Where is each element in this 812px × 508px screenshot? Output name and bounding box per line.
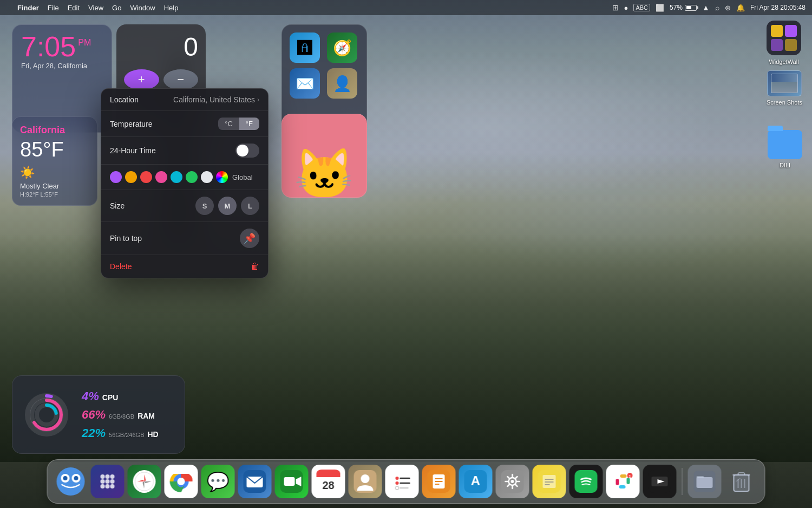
size-medium-button[interactable]: M [218,197,237,215]
dock-pages[interactable] [422,465,456,498]
menu-go[interactable]: Go [112,4,121,12]
svg-rect-76 [619,485,626,489]
notification-icon[interactable]: 🔔 [736,4,745,12]
dock-launchpad[interactable] [91,465,125,498]
color-dots[interactable] [110,171,228,183]
widgetwall-desktop-icon[interactable]: WidgetWall [767,21,801,65]
dock: 💬 28 APR [47,459,765,504]
pin-button[interactable]: 📌 [240,229,259,248]
menubar-datetime: Fri Apr 28 20:05:48 [750,4,806,11]
dock-notes[interactable] [533,465,566,498]
size-small-button[interactable]: S [195,197,214,215]
time-format-label: 24-Hour Time [110,146,235,155]
keyboard-icon[interactable]: ABC [633,4,650,11]
menu-view[interactable]: View [88,4,103,12]
calc-display: 0 [124,32,198,62]
pin-label: Pin to top [110,234,240,243]
size-label: Size [110,201,195,210]
ca-weather-icon: ☀️ [20,166,89,180]
temperature-label: Temperature [110,120,218,128]
svg-point-9 [63,476,68,480]
wifi-icon[interactable]: ▲ [702,3,710,12]
size-large-button[interactable]: L [241,197,259,215]
audio-icon[interactable]: ● [624,4,628,12]
location-chevron: › [257,96,259,103]
dock-facetime[interactable] [275,465,309,498]
weather-date: Fri, Apr 28, California [21,62,103,70]
dock-settings[interactable] [496,465,529,498]
svg-point-16 [110,479,115,484]
dock-reminders[interactable] [385,465,419,498]
pin-row[interactable]: Pin to top 📌 [101,222,268,255]
svg-point-14 [101,479,105,484]
hd-percentage: 22% [82,426,106,440]
menu-help[interactable]: Help [164,4,179,12]
time-format-row[interactable]: 24-Hour Time [101,137,268,165]
color-purple[interactable] [110,171,122,183]
dock-chrome[interactable] [165,465,198,498]
location-row[interactable]: Location California, United States › [101,89,268,111]
delete-row[interactable]: Delete 🗑 [101,255,268,278]
temperature-buttons[interactable]: °C °F [218,118,259,130]
calc-minus-button[interactable]: − [163,69,199,90]
color-red[interactable] [140,171,152,183]
dock-slack[interactable]: 1 [606,465,640,498]
battery-indicator[interactable]: 57% [670,4,697,11]
fahrenheit-button[interactable]: °F [239,118,259,130]
color-cyan[interactable] [171,171,182,183]
celsius-button[interactable]: °C [218,118,239,130]
weather-time: 7:05 [21,32,76,61]
app-store-icon[interactable]: 🅰 [290,32,320,63]
dock-mail[interactable] [238,465,272,498]
time-format-toggle[interactable] [235,144,259,158]
svg-rect-75 [620,474,627,478]
dock-safari[interactable] [128,465,161,498]
size-row[interactable]: Size S M L [101,190,268,222]
screenshot-icon[interactable]: ⬜ [656,4,664,12]
temperature-row[interactable]: Temperature °C °F [101,111,268,137]
svg-point-40 [361,474,370,483]
color-green[interactable] [186,171,198,183]
dock-appletv[interactable] [643,465,677,498]
hd-label: HD [147,430,158,439]
contacts-icon[interactable]: 👤 [327,68,357,99]
dili-desktop-icon[interactable]: DILI [768,130,802,168]
mail-icon[interactable]: ✉️ [290,68,320,99]
system-stats-widget[interactable]: 4% CPU 66% 6GB/8GB RAM 22% 56GB/246GB HD [12,375,185,454]
screenshots-icon-img [767,70,802,96]
menu-edit[interactable]: Edit [68,4,80,12]
color-rainbow[interactable] [216,171,228,183]
svg-point-19 [110,484,115,489]
safari-icon[interactable]: 🧭 [327,32,357,63]
search-icon[interactable]: ⌕ [715,3,719,12]
svg-rect-67 [543,475,556,488]
color-pink[interactable] [155,171,167,183]
menu-window[interactable]: Window [130,4,155,12]
calc-plus-button[interactable]: + [124,69,159,90]
dock-airdrop[interactable] [688,465,722,498]
size-buttons[interactable]: S M L [195,197,259,215]
cat-widget[interactable]: 🐱 [281,114,367,198]
widget-context-menu: Location California, United States › Tem… [101,88,269,278]
global-label: Global [232,173,253,181]
widgetwall-icon-img [767,21,801,55]
dock-messages[interactable]: 💬 [201,465,235,498]
color-white[interactable] [201,171,213,183]
app-name[interactable]: Finder [17,4,39,12]
svg-text:A: A [471,473,480,488]
dock-spotify[interactable] [569,465,603,498]
california-weather-widget[interactable]: California 85°F ☀️ Mostly Clear H:92°F L… [12,116,97,206]
dock-contacts[interactable] [349,465,382,498]
color-row[interactable]: Global [101,165,268,190]
screenshots-desktop-icon[interactable]: Screen Shots [767,70,802,106]
dock-finder[interactable] [54,465,88,498]
color-orange[interactable] [125,171,137,183]
menu-file[interactable]: File [48,4,59,12]
dili-label: DILI [780,162,790,168]
dock-appstore[interactable]: A [459,465,493,498]
dock-calendar[interactable]: 28 APR [312,465,345,498]
dashboard-icon[interactable]: ⊞ [612,3,619,12]
ram-percentage: 66% [82,408,106,422]
dock-trash[interactable] [725,465,758,498]
control-center-icon[interactable]: ⊛ [725,4,731,12]
